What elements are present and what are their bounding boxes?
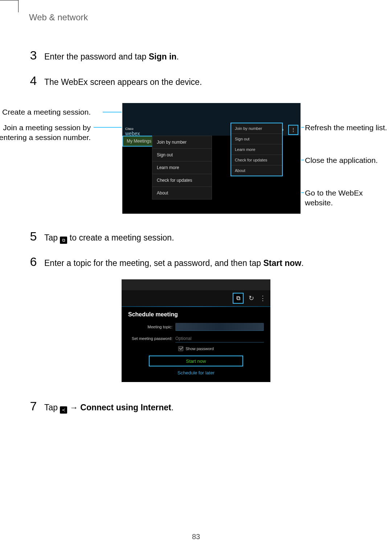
- step-4-text: The WebEx screen appears on the device.: [44, 74, 202, 88]
- annotation-webex-website: Go to the WebEx website.: [305, 188, 392, 208]
- overlay-sign-out[interactable]: Sign out: [231, 134, 282, 144]
- more-icon[interactable]: ⋮: [288, 125, 298, 135]
- header-icons-2: ⧉ ↻ ⋮: [122, 290, 270, 306]
- step-6-bold: Start now: [263, 258, 301, 268]
- annotation-join-by-number: Join a meeting session by entering a ses…: [0, 123, 91, 143]
- step-7-arrow: →: [67, 403, 80, 412]
- more-icon-2[interactable]: ⋮: [259, 294, 267, 302]
- share-inline-icon: ≺: [60, 406, 67, 414]
- step-5-number: 5: [29, 230, 38, 242]
- step-3-number: 3: [29, 49, 38, 61]
- webex-logo: Cisco webex: [125, 127, 140, 136]
- checkbox-show-password[interactable]: [178, 346, 183, 351]
- menu-join-by-number[interactable]: Join by number: [152, 136, 212, 149]
- step-3: 3 Enter the password and tap Sign in.: [29, 49, 179, 62]
- overlay-menu: Join by number Sign out Learn more Check…: [230, 123, 283, 176]
- corner-rule-v: [18, 0, 19, 12]
- overlay-about[interactable]: About: [231, 165, 282, 176]
- step-5-text: Tap ⧉ to create a meeting session.: [44, 230, 174, 244]
- step-3-pre: Enter the password and tap: [44, 52, 149, 61]
- row-show-password: Show password: [128, 346, 264, 351]
- password-placeholder: Optional: [175, 336, 192, 341]
- step-6: 6 Enter a topic for the meeting, set a p…: [29, 255, 304, 269]
- schedule-meeting-title: Schedule meeting: [128, 311, 264, 318]
- row-topic: Meeting topic:: [128, 323, 264, 331]
- input-meeting-topic[interactable]: [175, 323, 264, 331]
- tab-my-meetings[interactable]: My Meetings: [122, 136, 156, 147]
- step-7-text: Tap ≺ → Connect using Internet.: [44, 400, 173, 414]
- page-number: 83: [0, 533, 392, 541]
- label-meeting-password: Set meeting password:: [128, 336, 175, 341]
- menu-learn-more[interactable]: Learn more: [152, 161, 212, 174]
- step-5-post: to create a meeting session.: [67, 233, 174, 242]
- row-password: Set meeting password: Optional: [128, 335, 264, 342]
- step-6-post: .: [301, 258, 303, 268]
- step-6-text: Enter a topic for the meeting, set a pas…: [44, 255, 304, 269]
- menu-check-updates[interactable]: Check for updates: [152, 174, 212, 187]
- label-show-password: Show password: [185, 346, 214, 351]
- step-7-number: 7: [29, 400, 38, 412]
- screenshot-schedule-meeting: ⧉ ↻ ⋮ Schedule meeting Meeting topic: Se…: [122, 279, 270, 382]
- create-meeting-inline-icon: ⧉: [60, 237, 67, 244]
- overlay-join-by-number[interactable]: Join by number: [231, 123, 282, 134]
- step-6-pre: Enter a topic for the meeting, set a pas…: [44, 258, 263, 268]
- status-bar: [122, 279, 270, 290]
- create-meeting-icon-2[interactable]: ⧉: [233, 293, 244, 304]
- annotation-refresh-list: Refresh the meeting list.: [305, 123, 387, 132]
- step-3-bold: Sign in: [149, 52, 177, 61]
- step-3-post: .: [176, 52, 179, 61]
- menu-sign-out[interactable]: Sign out: [152, 149, 212, 161]
- start-now-button[interactable]: Start now: [149, 356, 243, 366]
- cisco-label: Cisco: [125, 127, 140, 131]
- overlay-learn-more[interactable]: Learn more: [231, 144, 282, 155]
- label-meeting-topic: Meeting topic:: [128, 325, 175, 329]
- step-7-bold: Connect using Internet: [80, 403, 171, 412]
- annotation-close-app: Close the application.: [305, 155, 378, 165]
- input-meeting-password[interactable]: Optional: [175, 335, 264, 342]
- step-5-pre: Tap: [44, 233, 60, 242]
- menu-about[interactable]: About: [152, 187, 212, 199]
- step-4: 4 The WebEx screen appears on the device…: [29, 74, 202, 88]
- step-3-text: Enter the password and tap Sign in.: [44, 49, 179, 62]
- step-7: 7 Tap ≺ → Connect using Internet.: [29, 400, 173, 414]
- overlay-check-updates[interactable]: Check for updates: [231, 155, 282, 165]
- step-4-number: 4: [29, 74, 38, 87]
- step-7-post: .: [171, 403, 173, 412]
- section-header: Web & network: [29, 12, 88, 22]
- step-6-number: 6: [29, 255, 38, 268]
- screenshot-webex-main: Cisco webex ⧉ ↻ ⋮ My Meetings Join by nu…: [122, 102, 301, 214]
- dropdown-menu: Join by number Sign out Learn more Check…: [152, 136, 212, 200]
- step-7-pre: Tap: [44, 403, 60, 412]
- corner-rule-h: [0, 0, 18, 0]
- step-5: 5 Tap ⧉ to create a meeting session.: [29, 230, 174, 244]
- annotation-create-session: Create a meeting session.: [0, 107, 91, 117]
- refresh-icon-2[interactable]: ↻: [247, 294, 255, 302]
- schedule-for-later-link[interactable]: Schedule for later: [128, 370, 264, 376]
